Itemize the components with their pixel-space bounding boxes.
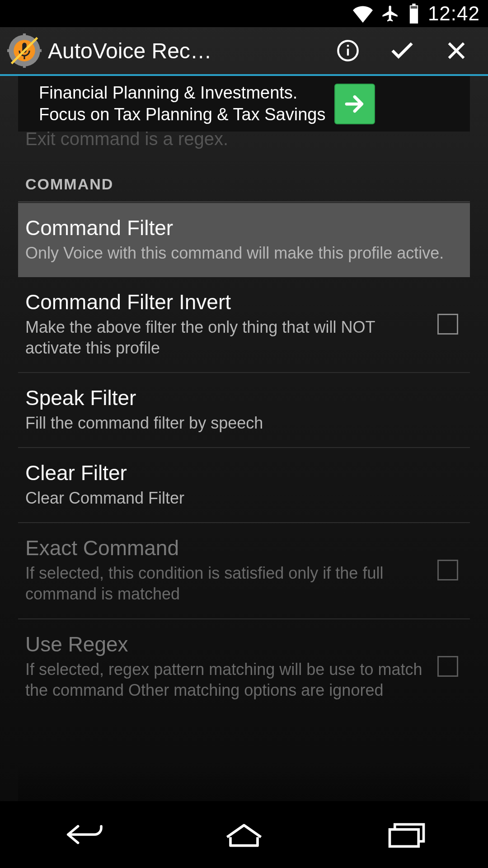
row-title: Command Filter xyxy=(25,216,463,240)
svg-rect-11 xyxy=(347,49,349,56)
row-title: Clear Filter xyxy=(25,461,463,485)
row-use-regex[interactable]: Use Regex If selected, regex pattern mat… xyxy=(18,619,470,714)
app-bar: AutoVoice Rec… xyxy=(0,27,488,76)
row-sub: If selected, this condition is satisfied… xyxy=(25,563,427,604)
app-title: AutoVoice Rec… xyxy=(48,38,321,63)
scroll-fade xyxy=(18,765,470,801)
wifi-icon xyxy=(353,4,373,24)
home-button[interactable] xyxy=(203,812,285,857)
row-sub: Only Voice with this command will make t… xyxy=(25,243,463,264)
svg-rect-7 xyxy=(7,49,12,52)
svg-rect-4 xyxy=(23,56,25,59)
checkbox[interactable] xyxy=(437,560,458,580)
checkbox[interactable] xyxy=(437,656,458,677)
checkbox[interactable] xyxy=(437,314,458,335)
ad-container: Financial Planning & Investments. Focus … xyxy=(0,76,488,132)
ad-line1: Financial Planning & Investments. xyxy=(39,82,325,104)
previous-row-partial: Exit command is a regex. xyxy=(0,129,488,149)
info-button[interactable] xyxy=(321,26,375,75)
row-title: Speak Filter xyxy=(25,386,463,410)
row-sub: If selected, regex pattern matching will… xyxy=(25,659,427,701)
row-title: Command Filter Invert xyxy=(25,290,427,314)
svg-rect-6 xyxy=(23,64,26,68)
svg-rect-12 xyxy=(347,45,349,47)
accept-button[interactable] xyxy=(375,26,429,75)
row-exact-command[interactable]: Exact Command If selected, this conditio… xyxy=(18,523,470,619)
svg-rect-0 xyxy=(411,6,418,9)
ad-go-button[interactable] xyxy=(334,84,375,124)
svg-rect-8 xyxy=(38,49,42,52)
app-icon xyxy=(7,33,42,68)
row-title: Use Regex xyxy=(25,632,427,656)
row-command-filter-invert[interactable]: Command Filter Invert Make the above fil… xyxy=(18,277,470,373)
row-command-filter[interactable]: Command Filter Only Voice with this comm… xyxy=(18,203,470,277)
cancel-button[interactable] xyxy=(429,26,483,75)
ad-banner[interactable]: Financial Planning & Investments. Focus … xyxy=(18,76,470,132)
ad-text: Financial Planning & Investments. Focus … xyxy=(39,82,325,125)
nav-bar xyxy=(0,801,488,868)
row-sub: Fill the command filter by speech xyxy=(25,413,463,434)
settings-list[interactable]: Command Filter Only Voice with this comm… xyxy=(0,203,488,714)
row-title: Exact Command xyxy=(25,536,427,560)
svg-rect-5 xyxy=(23,33,26,38)
row-sub: Make the above filter the only thing tha… xyxy=(25,317,427,359)
back-button[interactable] xyxy=(41,812,122,857)
battery-icon xyxy=(408,4,420,24)
section-header-command: COMMAND xyxy=(0,149,488,201)
row-clear-filter[interactable]: Clear Filter Clear Command Filter xyxy=(18,448,470,523)
recents-button[interactable] xyxy=(366,812,447,857)
row-speak-filter[interactable]: Speak Filter Fill the command filter by … xyxy=(18,373,470,448)
status-bar: 12:42 xyxy=(0,0,488,27)
airplane-mode-icon xyxy=(381,4,400,23)
svg-rect-16 xyxy=(390,830,419,847)
row-sub: Clear Command Filter xyxy=(25,488,463,509)
status-clock: 12:42 xyxy=(428,2,480,25)
ad-line2: Focus on Tax Planning & Tax Savings xyxy=(39,104,325,126)
